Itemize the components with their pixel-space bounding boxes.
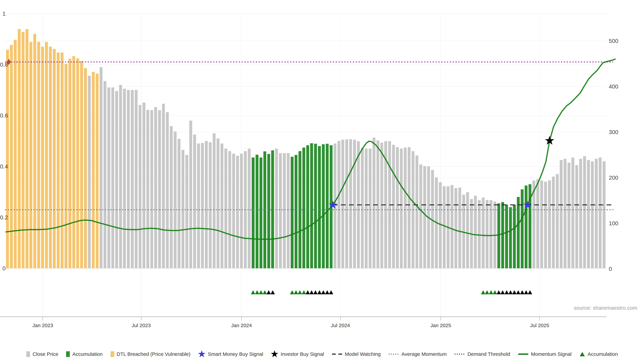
close-price-bar: [408, 147, 410, 269]
green-accumulation-triangle-icon: [263, 290, 267, 294]
legend-label: Model Watching: [345, 351, 381, 357]
close-price-bar: [158, 110, 161, 268]
close-price-bar: [224, 149, 227, 268]
close-price-bar: [232, 154, 235, 268]
legend-item-accumulation-tri[interactable]: Accumulation: [579, 351, 618, 357]
close-price-bar: [345, 139, 348, 268]
accumulation-bar: [513, 205, 516, 268]
black-accumulation-triangle-icon: [270, 290, 275, 294]
dtl-breached-bar: [49, 47, 52, 268]
close-price-bar: [564, 159, 566, 268]
dtl-breached-bar: [92, 72, 95, 268]
dtl-breached-bar: [14, 40, 17, 268]
close-price-bar: [595, 159, 598, 268]
close-price-bar: [182, 150, 184, 268]
right-axis-tick-label: 500: [609, 38, 618, 44]
dtl-breached-bar: [18, 29, 21, 268]
close-price-bar: [189, 120, 192, 268]
accumulation-bar: [326, 144, 329, 268]
legend-item-demand-threshold[interactable]: Demand Threshold: [454, 351, 510, 357]
legend-label: Smart Money Buy Signal: [208, 351, 263, 357]
left-axis-tick-label: 0.8: [0, 61, 8, 68]
left-axis-tick-label: 0.2: [0, 214, 8, 221]
close-price-bar: [275, 149, 278, 268]
legend-item-investor-buy[interactable]: Investor Buy Signal: [271, 350, 324, 358]
accumulation-bar: [295, 155, 298, 268]
demand-threshold-dots-icon: [454, 353, 465, 355]
green-accumulation-triangle-icon: [481, 290, 485, 294]
close-price-bar: [587, 160, 590, 268]
accumulation-bar: [501, 202, 504, 268]
accumulation-bar: [260, 158, 262, 268]
close-price-bar: [174, 132, 176, 268]
green-accumulation-triangle-icon: [290, 290, 294, 294]
black-accumulation-triangle-icon: [325, 290, 330, 294]
legend-item-accumulation-bar[interactable]: Accumulation: [66, 351, 102, 358]
right-axis-tick-label: 200: [609, 174, 618, 181]
close-price-bar: [591, 161, 594, 268]
momentum-signal-line-icon: [518, 353, 528, 355]
close-price-bar: [186, 155, 188, 268]
black-accumulation-triangle-icon: [496, 290, 501, 294]
black-accumulation-triangle-icon: [306, 290, 310, 294]
close-price-bar: [400, 149, 403, 268]
black-accumulation-triangle-icon: [317, 290, 322, 294]
dtl-breached-bar: [22, 32, 24, 268]
accumulation-bar: [291, 157, 294, 268]
close-price-bar: [150, 110, 153, 268]
close-price-bar: [287, 153, 290, 268]
legend-item-close-price[interactable]: Close Price: [26, 351, 58, 358]
chart-canvas: Jan 2023Jul 2023Jan 2024Jul 2024Jan 2025…: [0, 0, 644, 362]
close-price-bar: [209, 142, 212, 268]
right-axis-tick-label: 400: [609, 83, 618, 90]
model-watching-dash-icon: [332, 353, 342, 355]
accumulation-bar: [252, 158, 254, 268]
black-accumulation-triangle-icon: [266, 290, 271, 294]
dtl-breached-bar: [6, 50, 9, 268]
close-price-bar: [100, 67, 102, 268]
legend-label: Investor Buy Signal: [280, 351, 324, 357]
close-price-bar: [88, 76, 91, 268]
black-accumulation-triangle-icon: [516, 290, 520, 294]
close-price-bar: [131, 90, 134, 268]
close-price-bar: [602, 161, 606, 268]
right-axis-tick-label: 100: [609, 220, 618, 226]
investor-buy-star-icon: [271, 350, 278, 358]
dtl-breached-bar: [96, 74, 98, 268]
close-price-bar: [111, 87, 114, 268]
legend-item-dtl-breached[interactable]: DTL Breached (Price Vulnerable): [110, 351, 190, 358]
legend-item-model-watching[interactable]: Model Watching: [332, 351, 381, 357]
close-price-bar: [536, 179, 539, 268]
close-price-bar: [342, 140, 344, 268]
legend-item-smart-money-buy[interactable]: Smart Money Buy Signal: [198, 350, 263, 358]
right-axis-tick-label: 0: [609, 266, 612, 272]
x-tick-label: Jan 2024: [231, 323, 252, 328]
accumulation-bar: [498, 203, 500, 268]
close-price-bar: [142, 103, 146, 269]
accumulation-bar: [521, 189, 524, 268]
close-price-bar: [349, 139, 352, 268]
close-price-bar: [443, 186, 446, 268]
dtl-breached-bar: [33, 34, 36, 268]
green-accumulation-triangle-icon: [493, 290, 497, 294]
accumulation-triangle-row: [251, 290, 532, 294]
close-price-bar: [139, 105, 142, 268]
legend-item-momentum-signal[interactable]: Momentum Signal: [518, 351, 572, 357]
close-price-bar: [392, 145, 395, 268]
smart-money-buy-star-icon: [198, 350, 206, 358]
green-accumulation-triangle-icon: [259, 290, 263, 294]
close-price-bar: [490, 200, 492, 268]
legend-item-average-momentum[interactable]: Average Momentum: [388, 351, 447, 357]
close-price-bar: [338, 141, 340, 268]
close-price-bar: [396, 147, 399, 269]
close-price-bar: [576, 165, 578, 268]
close-price-bar: [599, 158, 602, 268]
dtl-breached-bar: [26, 29, 28, 268]
x-tick-label: Jan 2025: [430, 323, 451, 328]
dtl-breached-bar: [41, 47, 44, 268]
close-price-bar: [552, 177, 555, 268]
legend-label: Accumulation: [72, 351, 102, 357]
green-accumulation-triangle-icon: [251, 290, 255, 294]
dtl-breached-bar: [57, 53, 60, 268]
green-accumulation-triangle-icon: [489, 290, 493, 294]
